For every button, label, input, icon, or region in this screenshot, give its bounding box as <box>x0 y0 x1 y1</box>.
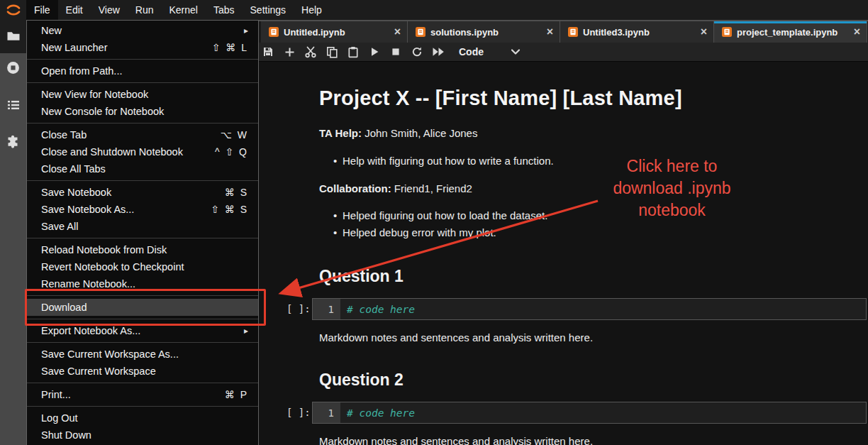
restart-icon[interactable] <box>406 43 428 62</box>
menu-item-close-all-tabs[interactable]: Close All Tabs <box>27 160 258 177</box>
menu-item-new-console-for-notebook[interactable]: New Console for Notebook <box>27 103 258 120</box>
menu-item-close-tab[interactable]: Close Tab⌥ W <box>27 126 258 143</box>
close-tab-icon[interactable]: × <box>390 26 401 38</box>
menu-item-label: Rename Notebook... <box>41 278 135 290</box>
menu-separator <box>27 82 258 83</box>
notebook-file-icon <box>568 27 578 37</box>
menu-item-label: Save Notebook <box>41 187 111 198</box>
cell-prompt: [ ]: <box>286 407 311 418</box>
menu-bar: FileEditViewRunKernelTabsSettingsHelp <box>26 0 868 20</box>
collaboration-label: Collaboration: <box>319 182 391 194</box>
menu-item-new-view-for-notebook[interactable]: New View for Notebook <box>27 86 258 103</box>
tab-untitled3-ipynb[interactable]: Untitled3.ipynb× <box>560 21 714 43</box>
collaboration-bullets: Helped figuring out how to load the data… <box>333 207 547 241</box>
menu-item-label: Save Notebook As... <box>41 204 134 215</box>
close-tab-icon[interactable]: × <box>850 26 860 38</box>
menu-item-new-launcher[interactable]: New Launcher⇧ ⌘ L <box>27 39 258 56</box>
menu-item-label: Close Tab <box>41 129 87 141</box>
menu-item-log-out[interactable]: Log Out <box>27 410 258 427</box>
running-kernels-icon[interactable] <box>0 56 26 79</box>
chevron-down-icon[interactable] <box>511 48 521 55</box>
jupyter-logo <box>0 0 26 20</box>
bullet-item: Help with figuring out how to write a fu… <box>333 153 554 170</box>
file-menu-dropdown: New▸New Launcher⇧ ⌘ LOpen from Path...Ne… <box>26 20 259 445</box>
menu-item-save-current-workspace-as[interactable]: Save Current Workspace As... <box>27 346 258 363</box>
tab-solutions-ipynb[interactable]: solutions.ipynb× <box>408 21 560 43</box>
ta-help-bullets: Help with figuring out how to write a fu… <box>333 153 554 170</box>
menu-item-shortcut: ⌘ S <box>225 187 248 198</box>
menu-item-label: New View for Notebook <box>41 89 148 100</box>
bullet-item: Helped figuring out how to load the data… <box>333 207 547 224</box>
menu-item-label: Print... <box>41 389 71 400</box>
menu-item-label: Export Notebook As... <box>41 325 140 336</box>
menu-item-revert-notebook-to-checkpoint[interactable]: Revert Notebook to Checkpoint <box>27 258 258 275</box>
save-icon[interactable] <box>257 43 279 62</box>
menu-item-reload-notebook-from-disk[interactable]: Reload Notebook from Disk <box>27 241 258 258</box>
tab-label: solutions.ipynb <box>430 27 538 38</box>
menubar-item-view[interactable]: View <box>91 0 128 20</box>
folder-icon[interactable] <box>0 25 26 48</box>
left-sidebar <box>0 20 26 445</box>
question-heading: Question 1 <box>319 265 404 287</box>
menu-item-shortcut: ⇧ ⌘ L <box>212 42 248 53</box>
notebook-file-icon <box>722 27 732 37</box>
cell-type-dropdown[interactable]: Code <box>459 46 484 57</box>
menu-item-label: Log Out <box>41 412 78 424</box>
notebook-file-icon <box>416 27 425 37</box>
menu-item-save-all[interactable]: Save All <box>27 218 258 235</box>
tab-label: Untitled3.ipynb <box>583 27 691 38</box>
menu-separator <box>27 383 258 383</box>
stop-icon[interactable] <box>385 43 406 62</box>
menu-item-new[interactable]: New▸ <box>27 22 258 39</box>
menubar-item-settings[interactable]: Settings <box>243 0 294 20</box>
cell-prompt: [ ]: <box>286 303 311 314</box>
tab-project-template-ipynb[interactable]: project_template.ipynb× <box>714 21 867 43</box>
menu-separator <box>27 123 258 123</box>
cut-icon[interactable] <box>300 43 321 62</box>
run-icon[interactable] <box>364 43 385 62</box>
menu-item-label: Open from Path... <box>41 65 122 77</box>
menu-separator <box>27 238 258 238</box>
menu-item-label: Close and Shutdown Notebook <box>41 146 183 158</box>
menu-item-shortcut: ⌥ W <box>221 129 248 141</box>
menu-item-close-and-shutdown-notebook[interactable]: Close and Shutdown Notebook^ ⇧ Q <box>27 143 258 160</box>
line-number: 1 <box>313 402 340 423</box>
menu-item-shortcut: ⌘ P <box>225 389 248 400</box>
menu-item-save-current-workspace[interactable]: Save Current Workspace <box>27 363 258 380</box>
menu-separator <box>27 180 258 181</box>
menu-item-label: Revert Notebook to Checkpoint <box>41 261 184 273</box>
menu-item-open-from-path[interactable]: Open from Path... <box>27 62 258 79</box>
run-all-icon[interactable] <box>428 43 449 62</box>
code-comment: # code here <box>340 299 415 319</box>
add-cell-icon[interactable] <box>279 43 300 62</box>
table-of-contents-icon[interactable] <box>0 94 26 116</box>
jupyterlab-window: FileEditViewRunKernelTabsSettingsHelp Un… <box>0 0 868 445</box>
menubar-item-file[interactable]: File <box>26 0 58 20</box>
menu-separator <box>27 406 258 407</box>
tab-untitled-ipynb[interactable]: Untitled.ipynb× <box>261 21 408 43</box>
submenu-arrow-icon: ▸ <box>244 26 248 35</box>
collaboration-line: Collaboration: Friend1, Friend2 <box>319 182 472 196</box>
copy-icon[interactable] <box>321 43 343 62</box>
menu-item-shortcut: ^ ⇧ Q <box>215 146 248 158</box>
menubar-item-kernel[interactable]: Kernel <box>161 0 205 20</box>
menu-item-shut-down[interactable]: Shut Down <box>27 427 258 444</box>
menu-item-print[interactable]: Print...⌘ P <box>27 386 258 403</box>
annotation-text: Click here todownload .ipynbnotebook <box>564 155 780 221</box>
close-tab-icon[interactable]: × <box>542 26 553 38</box>
paste-icon[interactable] <box>343 43 364 62</box>
menu-item-label: New Console for Notebook <box>41 106 164 117</box>
annotation-text-line: notebook <box>564 199 780 221</box>
code-cell-editor[interactable]: 1# code here <box>312 298 867 320</box>
menu-item-save-notebook[interactable]: Save Notebook⌘ S <box>27 184 258 201</box>
close-tab-icon[interactable]: × <box>696 26 707 38</box>
menubar-item-tabs[interactable]: Tabs <box>206 0 243 20</box>
menu-item-save-notebook-as[interactable]: Save Notebook As...⇧ ⌘ S <box>27 201 258 218</box>
menu-item-label: Save Current Workspace As... <box>41 348 179 360</box>
menubar-item-edit[interactable]: Edit <box>58 0 91 20</box>
extensions-icon[interactable] <box>0 130 26 153</box>
bullet-item: Helped debug error with my plot. <box>333 224 547 241</box>
code-cell-editor[interactable]: 1# code here <box>312 402 867 424</box>
menubar-item-run[interactable]: Run <box>128 0 162 20</box>
menubar-item-help[interactable]: Help <box>294 0 330 20</box>
